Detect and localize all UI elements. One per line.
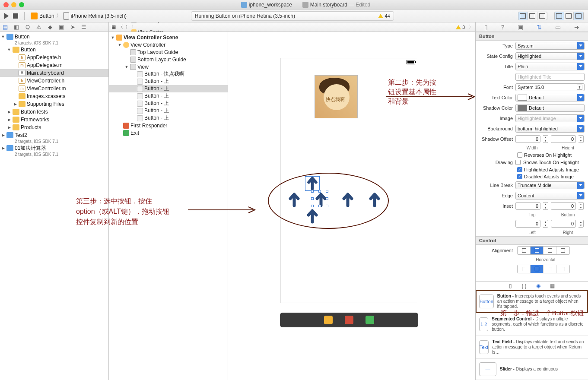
editor-mode-selector[interactable] <box>518 12 547 20</box>
media-library-icon[interactable]: ▦ <box>550 283 555 289</box>
nav-item[interactable]: ▼Button <box>0 33 108 41</box>
nav-item[interactable]: hViewController.h <box>0 77 108 85</box>
size-inspector-icon[interactable]: ▭ <box>555 24 561 31</box>
breadcrumb[interactable]: Main.storyb… <box>131 22 168 23</box>
nav-item[interactable]: Images.xcassets <box>0 92 108 100</box>
symbol-navigator-icon[interactable]: ◧ <box>13 24 20 31</box>
storyboard-canvas[interactable]: http://blog.csdn.net/ 快点我啊 <box>228 32 475 380</box>
nav-item[interactable]: hAppDelegate.h <box>0 54 108 61</box>
inset-bottom-input[interactable]: 0 <box>551 202 576 210</box>
find-navigator-icon[interactable]: Q <box>24 24 31 31</box>
shadow-width-input[interactable]: 0 <box>515 135 540 143</box>
nav-item[interactable]: ▼Button <box>0 46 108 54</box>
stepper[interactable]: ▲▼ <box>543 135 548 143</box>
debug-navigator-icon[interactable]: ▣ <box>58 24 65 31</box>
nav-item[interactable]: ▶Supporting Files <box>0 100 108 108</box>
outline-item[interactable]: Button - 上 <box>109 78 228 85</box>
line-break-select[interactable]: Truncate Middle <box>515 181 585 189</box>
outline-item[interactable]: Button - 上 <box>109 85 228 92</box>
outline-item[interactable]: Button - 上 <box>109 100 228 107</box>
jump-bar[interactable]: ▦ 〈 〉 Button〉Button〉Main.storyb…〉Main.st… <box>109 22 475 32</box>
stop-button[interactable] <box>13 13 18 19</box>
inset-top-input[interactable]: 0 <box>515 202 540 210</box>
dock-first-responder-icon[interactable] <box>345 316 353 324</box>
minimize-window-icon[interactable] <box>11 2 16 7</box>
nav-item[interactable]: ▶01加法计算器 <box>0 144 108 152</box>
nav-item[interactable]: ▶Frameworks <box>0 116 108 124</box>
inspector-tabs[interactable]: ▯ ? ▣ ⇅ ▭ ➜ <box>476 22 588 32</box>
title-input[interactable]: Highlighted Title <box>515 73 585 81</box>
object-library-icon[interactable]: ◉ <box>536 283 540 289</box>
outline-item[interactable]: Top Layout Guide <box>109 48 228 56</box>
annotation-step2: 第二步：先为按钮设置基本属性和背景 <box>388 78 436 106</box>
scheme-selector[interactable]: Button 〉 iPhone Retina (3.5-inch) <box>31 12 127 20</box>
horizontal-alignment[interactable] <box>517 246 570 255</box>
outline-item[interactable]: Button - 上 <box>109 107 228 114</box>
library-tabs[interactable]: ▯ { } ◉ ▦ <box>476 281 588 290</box>
title-mode-select[interactable]: Plain <box>515 63 585 70</box>
test-navigator-icon[interactable]: ◆ <box>47 24 54 31</box>
image-select[interactable]: Highlighted Image <box>515 114 585 122</box>
outline-item[interactable]: Bottom Layout Guide <box>109 56 228 63</box>
navigator-tabs[interactable]: ▤ ◧ Q ⚠ ◆ ▣ ➤ ☰ <box>0 22 108 32</box>
inset-left-input[interactable]: 0 <box>515 220 540 228</box>
connections-inspector-icon[interactable]: ➜ <box>574 24 579 31</box>
nav-item[interactable]: ⌘Main.storyboard <box>0 69 108 77</box>
type-select[interactable]: System <box>515 42 585 50</box>
font-picker-icon[interactable]: T <box>577 85 583 90</box>
inset-right-input[interactable]: 0 <box>551 220 576 228</box>
identity-inspector-icon[interactable]: ▣ <box>518 24 523 31</box>
quick-help-icon[interactable]: ? <box>501 24 505 31</box>
background-select[interactable]: bottom_highlighted <box>515 125 585 133</box>
dock-vc-icon[interactable] <box>324 316 333 324</box>
library-item[interactable]: TextText Field - Displays editable text … <box>476 336 588 359</box>
breakpoint-navigator-icon[interactable]: ➤ <box>69 24 76 31</box>
zoom-window-icon[interactable] <box>19 2 24 7</box>
code-snippet-icon[interactable]: { } <box>521 283 526 289</box>
dock-exit-icon[interactable] <box>366 316 374 324</box>
file-inspector-icon[interactable]: ▯ <box>484 24 488 31</box>
outline-item[interactable]: ▼View Controller Scene <box>109 34 228 41</box>
nav-item[interactable]: mAppDelegate.m <box>0 61 108 69</box>
close-window-icon[interactable] <box>3 2 9 7</box>
file-template-icon[interactable]: ▯ <box>509 283 512 289</box>
shadow-color-select[interactable]: Default <box>515 104 585 112</box>
outline-item[interactable]: Button - 快点我啊 <box>109 70 228 78</box>
outline-item[interactable]: Button - 上 <box>109 114 228 122</box>
library-item[interactable]: —Slider - Displays a continuous <box>476 359 588 380</box>
warning-count[interactable]: 44 <box>378 13 390 19</box>
outline-item[interactable]: Exit <box>109 129 228 136</box>
highlighted-adjusts-checkbox[interactable]: ✓Highlighted Adjusts Image <box>476 166 588 173</box>
nav-item[interactable]: ▶Products <box>0 124 108 131</box>
reverses-checkbox[interactable]: Reverses On Highlight <box>476 152 588 158</box>
outline-item[interactable]: First Responder <box>109 122 228 129</box>
back-icon[interactable]: 〈 <box>118 24 124 30</box>
jump-bar-warnings[interactable]: 3〉 <box>456 24 474 30</box>
shadow-height-input[interactable]: 0 <box>551 135 576 143</box>
outline-item[interactable]: ▼View Controller <box>109 41 228 48</box>
shows-touch-checkbox[interactable] <box>515 160 521 165</box>
outline-item[interactable]: Button - 上 <box>109 92 228 100</box>
text-color-select[interactable]: Default <box>515 94 585 101</box>
attributes-inspector-icon[interactable]: ⇅ <box>537 24 542 31</box>
panel-visibility-selector[interactable] <box>554 12 584 20</box>
button-with-image[interactable]: 快点我啊 <box>315 75 358 118</box>
nav-item[interactable]: ▶ButtonTests <box>0 108 108 116</box>
nav-item[interactable]: mViewController.m <box>0 85 108 92</box>
project-navigator-icon[interactable]: ▤ <box>2 24 9 31</box>
related-items-icon[interactable]: ▦ <box>111 24 117 30</box>
object-library-list[interactable]: ButtonButton - Intercepts touch events a… <box>476 290 588 380</box>
issue-navigator-icon[interactable]: ⚠ <box>35 24 42 31</box>
state-config-select[interactable]: Highlighted <box>515 52 585 60</box>
run-button[interactable] <box>4 13 9 19</box>
font-field[interactable]: System 15.0T <box>515 83 585 91</box>
stepper[interactable]: ▲▼ <box>578 135 584 143</box>
nav-item[interactable]: ▶Test2 <box>0 131 108 139</box>
report-navigator-icon[interactable]: ☰ <box>80 24 87 31</box>
forward-icon[interactable]: 〉 <box>124 24 130 30</box>
outline-item[interactable]: ▼View <box>109 63 228 70</box>
scene-dock[interactable] <box>280 313 418 327</box>
disabled-adjusts-checkbox[interactable]: ✓Disabled Adjusts Image <box>476 173 588 180</box>
vertical-alignment[interactable] <box>517 265 570 273</box>
edge-select[interactable]: Content <box>515 192 585 200</box>
